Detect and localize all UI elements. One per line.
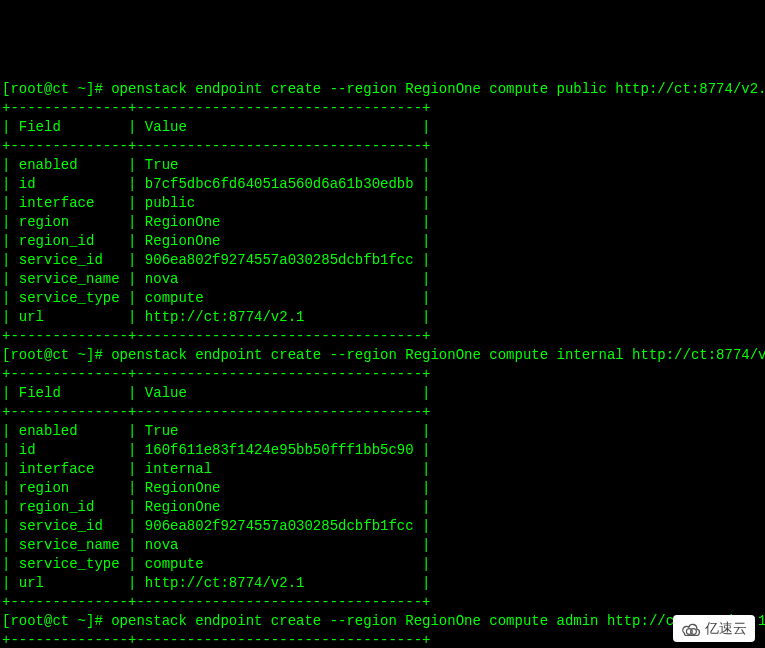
table-row: | region | RegionOne | xyxy=(2,213,763,232)
table-border: +--------------+------------------------… xyxy=(2,327,763,346)
table-row: | enabled | True | xyxy=(2,156,763,175)
table-border: +--------------+------------------------… xyxy=(2,593,763,612)
table-row: | service_name | nova | xyxy=(2,270,763,289)
svg-point-1 xyxy=(691,628,697,634)
table-row: | service_id | 906ea802f9274557a030285dc… xyxy=(2,517,763,536)
table-row: | service_type | compute | xyxy=(2,289,763,308)
table-header-row: | Field | Value | xyxy=(2,118,763,137)
table-row: | service_id | 906ea802f9274557a030285dc… xyxy=(2,251,763,270)
table-border: +--------------+------------------------… xyxy=(2,403,763,422)
cloud-icon xyxy=(681,622,701,636)
command-line[interactable]: [root@ct ~]# openstack endpoint create -… xyxy=(2,346,763,365)
table-row: | interface | public | xyxy=(2,194,763,213)
watermark-badge: 亿速云 xyxy=(673,615,755,642)
table-row: | id | 160f611e83f1424e95bb50fff1bb5c90 … xyxy=(2,441,763,460)
table-row: | region_id | RegionOne | xyxy=(2,232,763,251)
table-row: | region | RegionOne | xyxy=(2,479,763,498)
table-row: | service_name | nova | xyxy=(2,536,763,555)
command-line[interactable]: [root@ct ~]# openstack endpoint create -… xyxy=(2,612,763,631)
table-row: | url | http://ct:8774/v2.1 | xyxy=(2,308,763,327)
watermark-text: 亿速云 xyxy=(705,619,747,638)
table-row: | id | b7cf5dbc6fd64051a560d6a61b30edbb … xyxy=(2,175,763,194)
table-row: | service_type | compute | xyxy=(2,555,763,574)
table-row: | region_id | RegionOne | xyxy=(2,498,763,517)
table-border: +--------------+------------------------… xyxy=(2,137,763,156)
table-border: +--------------+------------------------… xyxy=(2,365,763,384)
table-row: | url | http://ct:8774/v2.1 | xyxy=(2,574,763,593)
table-row: | enabled | True | xyxy=(2,422,763,441)
table-border: +--------------+------------------------… xyxy=(2,99,763,118)
table-header-row: | Field | Value | xyxy=(2,384,763,403)
terminal-output[interactable]: [root@ct ~]# openstack endpoint create -… xyxy=(2,80,763,648)
table-border: +--------------+------------------------… xyxy=(2,631,763,648)
table-row: | interface | internal | xyxy=(2,460,763,479)
command-line[interactable]: [root@ct ~]# openstack endpoint create -… xyxy=(2,80,763,99)
